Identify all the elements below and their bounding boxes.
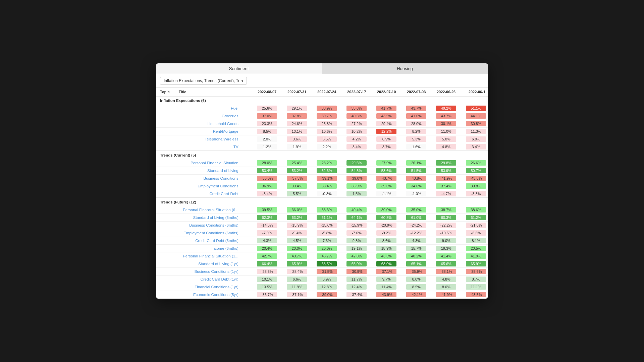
title-cell[interactable]: Personal Financial Situation — [176, 159, 250, 167]
topic-link[interactable]: Economic Conditions (5yr) — [178, 293, 238, 297]
cell-value: -28.4% — [287, 269, 307, 274]
topic-link[interactable]: Standard of Living (6mths) — [178, 216, 238, 220]
topic-link[interactable]: Fuel — [178, 106, 238, 110]
value-cell: 35.0% — [398, 206, 428, 214]
cell-value: -3.4% — [257, 191, 277, 196]
value-cell: 4.3% — [249, 237, 279, 245]
topic-link[interactable]: Standard of Living — [178, 169, 238, 173]
title-cell[interactable]: Telephone/Wireless — [176, 135, 250, 143]
title-cell[interactable]: Economic Conditions (5yr) — [176, 291, 250, 299]
cell-value: 68.0% — [376, 261, 396, 266]
value-cell: 40.4% — [339, 206, 369, 214]
value-cell: -35.9% — [398, 268, 428, 276]
value-cell: 65.9% — [279, 260, 309, 268]
title-cell[interactable]: Employment Conditions — [176, 182, 250, 190]
title-cell[interactable]: Fuel — [176, 105, 250, 112]
topic-link[interactable]: Employment Conditions — [178, 184, 238, 188]
title-cell[interactable]: Standard of Living (6mths) — [176, 214, 250, 222]
title-cell[interactable]: Household Goods — [176, 120, 250, 128]
cell-value: 43.5% — [376, 113, 396, 119]
value-cell: 11.1% — [458, 283, 488, 291]
value-cell: 20.0% — [279, 245, 309, 252]
topic-link[interactable]: Standard of Living (1yr) — [178, 262, 238, 266]
topic-link[interactable]: Financial Conditions (1yr) — [178, 285, 238, 289]
title-cell[interactable]: Groceries — [176, 112, 250, 120]
title-cell[interactable]: TV — [176, 143, 250, 151]
value-cell: -3.3% — [458, 190, 488, 198]
cell-value: -4.7% — [436, 191, 456, 196]
cell-value: 41.7% — [376, 106, 396, 111]
title-cell[interactable]: Credit Card Debt (6mths) — [176, 237, 250, 245]
col-date-4: 2022-07-10 — [369, 88, 398, 96]
title-cell[interactable]: Financial Conditions (1yr) — [176, 283, 250, 291]
topic-link[interactable]: Business Conditions — [178, 176, 238, 180]
topic-link[interactable]: Personal Financial Situation (6... — [178, 208, 238, 212]
value-cell: 5.5% — [279, 190, 309, 198]
title-cell[interactable]: Personal Financial Situation (1... — [176, 252, 250, 260]
value-cell: 19.3% — [428, 245, 458, 252]
title-cell[interactable]: Credit Card Debt — [176, 190, 250, 198]
topic-link[interactable]: Credit Card Debt (6mths) — [178, 239, 238, 243]
value-cell: 20.0% — [309, 245, 339, 252]
topic-link[interactable]: Household Goods — [178, 122, 238, 126]
table-row: Credit Card Debt (6mths)4.3%4.5%7.3%9.8%… — [156, 237, 488, 245]
topic-link[interactable]: TV — [178, 145, 238, 149]
topic-link[interactable]: Income (6mths) — [178, 246, 238, 250]
cell-value: 63.2% — [287, 215, 307, 220]
cell-value: 65.6% — [436, 261, 456, 266]
value-cell: 8.5% — [249, 128, 279, 135]
topic-link[interactable]: Business Conditions (6mths) — [178, 223, 238, 227]
value-cell: 20.5% — [458, 245, 488, 252]
filter-dropdown[interactable]: Inflation Expectations, Trends (Current)… — [160, 77, 247, 85]
cell-value: 11.0% — [436, 129, 456, 134]
value-cell: -9.4% — [279, 229, 309, 237]
topic-link[interactable]: Personal Financial Situation — [178, 161, 238, 165]
title-cell[interactable]: Standard of Living (1yr) — [176, 260, 250, 268]
cell-value: 37.0% — [257, 113, 277, 119]
topic-link[interactable]: Rent/Mortgage — [178, 129, 238, 133]
title-cell[interactable]: Employment Conditions (6mths) — [176, 229, 250, 237]
table-scroll-container[interactable]: Topic Title 2022-08-07 2022-07-31 2022-0… — [156, 88, 488, 299]
topic-link[interactable]: Personal Financial Situation (1... — [178, 254, 238, 258]
title-cell[interactable]: Credit Card Debt (1yr) — [176, 276, 250, 283]
title-cell[interactable]: Personal Financial Situation (6... — [176, 206, 250, 214]
topic-link[interactable]: Business Conditions (1yr) — [178, 269, 238, 274]
value-cell: -41.9% — [428, 291, 458, 299]
value-cell: -9.2% — [369, 229, 398, 237]
value-cell: 8.1% — [458, 237, 488, 245]
tab-sentiment[interactable]: Sentiment — [156, 63, 322, 74]
cell-value: 1.9% — [287, 144, 307, 149]
cell-value: 5.0% — [436, 136, 456, 142]
cell-value: 9.8% — [346, 238, 367, 243]
title-cell[interactable]: Income (6mths) — [176, 245, 250, 252]
value-cell: 30.8% — [458, 120, 488, 128]
topic-link[interactable]: Groceries — [178, 114, 238, 118]
title-cell[interactable]: Business Conditions (1yr) — [176, 268, 250, 276]
cell-value: 39.0% — [376, 207, 396, 213]
value-cell: -15.9% — [339, 222, 369, 229]
topic-link[interactable]: Credit Card Debt (1yr) — [178, 277, 238, 281]
value-cell: 61.0% — [398, 214, 428, 222]
value-cell: -43.6% — [458, 175, 488, 182]
title-cell[interactable]: Business Conditions (6mths) — [176, 222, 250, 229]
value-cell: 4.8% — [428, 276, 458, 283]
value-cell: -4.7% — [428, 190, 458, 198]
title-cell[interactable]: Standard of Living — [176, 167, 250, 175]
value-cell: -10.5% — [428, 229, 458, 237]
cell-value: 40.4% — [346, 207, 367, 213]
value-cell: 28.2% — [309, 159, 339, 167]
title-cell[interactable]: Business Conditions — [176, 175, 250, 182]
cell-value: 8.5% — [406, 284, 426, 290]
topic-link[interactable]: Credit Card Debt — [178, 192, 238, 196]
topic-link[interactable]: Telephone/Wireless — [178, 137, 238, 141]
title-cell[interactable]: Rent/Mortgage — [176, 128, 250, 135]
value-cell: 11.4% — [369, 283, 398, 291]
cell-value: -7.6% — [346, 230, 367, 236]
cell-value: 39.8% — [466, 183, 486, 189]
tab-housing[interactable]: Housing — [322, 63, 488, 74]
cell-value: 36.9% — [346, 183, 367, 189]
value-cell: 12.2% — [369, 128, 398, 135]
value-cell: 38.7% — [428, 206, 458, 214]
table-row: Standard of Living (6mths)62.3%63.2%61.1… — [156, 214, 488, 222]
topic-link[interactable]: Employment Conditions (6mths) — [178, 231, 238, 235]
